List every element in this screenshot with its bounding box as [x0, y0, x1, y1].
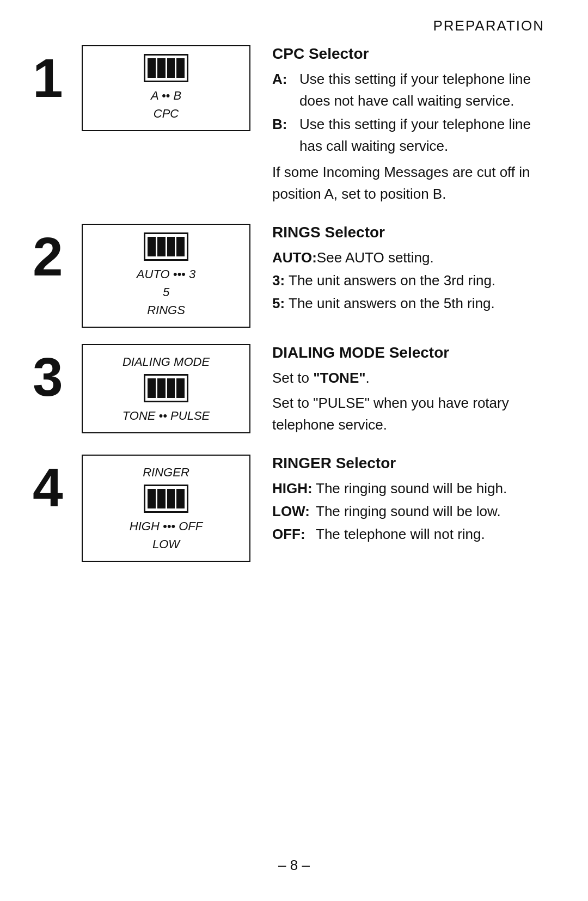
extra-bold-3: Set to "TONE".: [272, 367, 555, 389]
diagram-box-4: RINGER HIGH ••• OFFLOW: [82, 455, 250, 562]
item-label-2-5: 5:: [272, 292, 289, 314]
stripe: [157, 489, 166, 508]
diagram-label-top-3: DIALING MODE: [122, 353, 210, 371]
diagram-box-1: A •• BCPC: [82, 45, 250, 131]
switch-icon-2: [144, 232, 188, 261]
row-number-2: 2: [33, 229, 82, 284]
item-text-4-low: The ringing sound will be low.: [316, 500, 555, 522]
stripe: [167, 58, 175, 78]
item-text-2-auto: See AUTO setting.: [317, 247, 555, 268]
section-body-1: A: Use this setting if your telephone li…: [272, 68, 555, 205]
diagram-label-top-4: RINGER: [143, 463, 189, 481]
diagram-label-2: AUTO ••• 35RINGS: [137, 265, 195, 319]
item-text-2-5: The unit answers on the 5th ring.: [289, 292, 555, 314]
stripe: [176, 237, 185, 256]
switch-stripes-1: [145, 56, 187, 81]
item-text-2-3: The unit answers on the 3rd ring.: [289, 269, 555, 291]
extra-text-3: Set to "PULSE" when you have rotary tele…: [272, 392, 555, 436]
stripe: [167, 237, 175, 256]
stripe: [167, 378, 175, 398]
section-title-2: RINGS Selector: [272, 224, 555, 241]
item-label-1-b: B:: [272, 113, 299, 157]
item-text-4-off: The telephone will not ring.: [316, 523, 555, 545]
row-number-4: 4: [33, 460, 82, 514]
switch-stripes-3: [145, 376, 187, 401]
header-title: PREPARATION: [433, 17, 544, 34]
item-label-4-high: HIGH:: [272, 477, 316, 499]
stripe: [176, 58, 185, 78]
stripe: [176, 378, 185, 398]
item-label-1-a: A:: [272, 68, 299, 112]
section-row-2: 2 AUTO ••• 35RINGS RINGS Selector AUTO: …: [33, 224, 555, 328]
section-title-1: CPC Selector: [272, 45, 555, 63]
row-number-3: 3: [33, 350, 82, 404]
page-footer: – 8 –: [0, 851, 588, 890]
diagram-label-1: A •• BCPC: [151, 87, 181, 122]
item-text-1-b: Use this setting if your telephone line …: [299, 113, 555, 157]
footer-text: – 8 –: [278, 857, 310, 873]
stripe: [148, 237, 156, 256]
switch-icon-1: [144, 54, 188, 82]
item-4-low: LOW: The ringing sound will be low.: [272, 500, 555, 522]
switch-stripes-2: [145, 234, 187, 259]
diagram-box-2: AUTO ••• 35RINGS: [82, 224, 250, 328]
item-2-auto: AUTO: See AUTO setting.: [272, 247, 555, 268]
item-2-5: 5: The unit answers on the 5th ring.: [272, 292, 555, 314]
description-3: DIALING MODE Selector Set to "TONE". Set…: [272, 344, 555, 438]
section-title-3: DIALING MODE Selector: [272, 344, 555, 361]
description-2: RINGS Selector AUTO: See AUTO setting. 3…: [272, 224, 555, 316]
item-1-a: A: Use this setting if your telephone li…: [272, 68, 555, 112]
stripe: [157, 58, 166, 78]
stripe: [148, 378, 156, 398]
diagram-label-3: TONE •• PULSE: [122, 407, 210, 425]
stripe: [157, 237, 166, 256]
section-row-4: 4 RINGER HIGH ••• OFFLOW RINGER Selector…: [33, 455, 555, 562]
item-1-b: B: Use this setting if your telephone li…: [272, 113, 555, 157]
switch-stripes-4: [145, 486, 187, 511]
switch-icon-3: [144, 374, 188, 402]
stripe: [157, 378, 166, 398]
stripe: [148, 58, 156, 78]
section-row-1: 1 A •• BCPC CPC Selector A: Use this set…: [33, 45, 555, 207]
row-number-1: 1: [33, 51, 82, 105]
diagram-label-4: HIGH ••• OFFLOW: [130, 517, 203, 553]
section-row-3: 3 DIALING MODE TONE •• PULSE DIALING MOD…: [33, 344, 555, 438]
page-header: PREPARATION: [0, 0, 588, 40]
item-text-1-a: Use this setting if your telephone line …: [299, 68, 555, 112]
stripe: [167, 489, 175, 508]
stripe: [148, 489, 156, 508]
item-label-4-low: LOW:: [272, 500, 316, 522]
section-body-2: AUTO: See AUTO setting. 3: The unit answ…: [272, 247, 555, 315]
item-2-3: 3: The unit answers on the 3rd ring.: [272, 269, 555, 291]
section-body-3: Set to "TONE". Set to "PULSE" when you h…: [272, 367, 555, 436]
item-4-off: OFF: The telephone will not ring.: [272, 523, 555, 545]
diagram-box-3: DIALING MODE TONE •• PULSE: [82, 344, 250, 433]
section-title-4: RINGER Selector: [272, 455, 555, 472]
description-4: RINGER Selector HIGH: The ringing sound …: [272, 455, 555, 547]
switch-icon-4: [144, 485, 188, 513]
stripe: [176, 489, 185, 508]
section-body-4: HIGH: The ringing sound will be high. LO…: [272, 477, 555, 545]
item-label-2-auto: AUTO:: [272, 247, 317, 268]
extra-text-1: If some Incoming Messages are cut off in…: [272, 161, 555, 205]
content-area: 1 A •• BCPC CPC Selector A: Use this set…: [0, 40, 588, 600]
description-1: CPC Selector A: Use this setting if your…: [272, 45, 555, 207]
item-text-4-high: The ringing sound will be high.: [316, 477, 555, 499]
item-label-2-3: 3:: [272, 269, 289, 291]
item-label-4-off: OFF:: [272, 523, 316, 545]
item-4-high: HIGH: The ringing sound will be high.: [272, 477, 555, 499]
